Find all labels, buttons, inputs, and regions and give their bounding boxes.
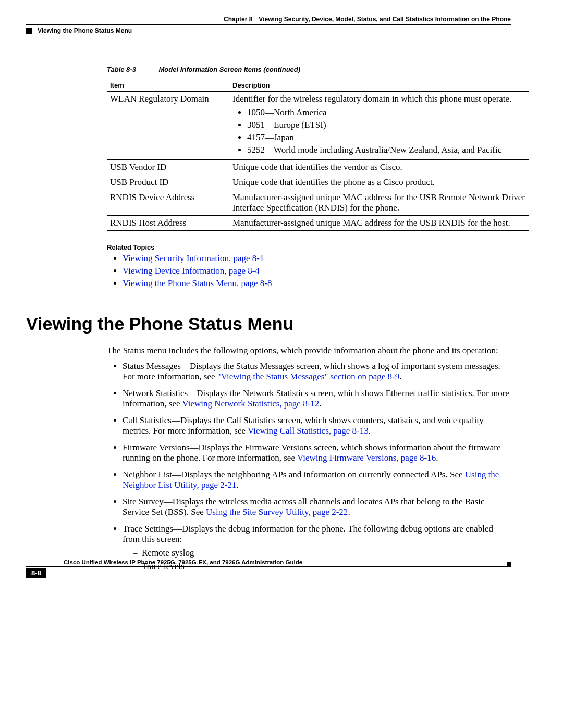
cell-desc: Manufacturer-assigned unique MAC address… (229, 216, 529, 231)
link[interactable]: Viewing Network Statistics, page 8-12 (182, 399, 319, 409)
bullet: 3051—Europe (ETSI) (247, 120, 526, 130)
page-footer: Cisco Unified Wireless IP Phone 7925G, 7… (26, 559, 511, 578)
list-item: Neighbor List—Displays the neighboring A… (123, 470, 511, 490)
header-section-title: Viewing the Phone Status Menu (38, 27, 132, 34)
item-post: . (399, 372, 401, 381)
table-caption-text: Model Information Screen Items (continue… (159, 66, 301, 73)
link[interactable]: Viewing Device Information, page 8-4 (123, 266, 260, 276)
link[interactable]: "Viewing the Status Messages" section on… (217, 372, 400, 381)
item-post: . (348, 507, 350, 517)
table-caption: Table 8-3 Model Information Screen Items… (107, 66, 511, 73)
list-item: Firmware Versions—Displays the Firmware … (123, 442, 511, 463)
table-row: RNDIS Device Address Manufacturer-assign… (107, 190, 529, 216)
link[interactable]: Viewing Security Information, page 8-1 (123, 253, 264, 263)
col-header-desc: Description (229, 79, 529, 92)
item-post: . (436, 453, 438, 463)
link[interactable]: Viewing Firmware Versions, page 8-16 (297, 453, 436, 463)
related-link-item: Viewing Device Information, page 8-4 (123, 266, 511, 276)
link[interactable]: Using the Site Survey Utility, page 2-22 (206, 507, 348, 517)
model-info-table: Item Description WLAN Regulatory Domain … (107, 79, 529, 231)
cell-desc: Unique code that identifies the phone as… (229, 175, 529, 190)
main-heading: Viewing the Phone Status Menu (26, 314, 511, 334)
item-post: . (236, 480, 238, 490)
body-text: The Status menu includes the following o… (107, 346, 511, 572)
footer-doc-title: Cisco Unified Wireless IP Phone 7925G, 7… (64, 559, 511, 566)
running-header: Chapter 8 Viewing Security, Device, Mode… (26, 16, 511, 23)
item-post: . (369, 426, 371, 436)
list-item: Site Survey—Displays the wireless media … (123, 497, 511, 517)
page-number-badge: 8-8 (26, 568, 46, 578)
sub-item: Remote syslog (133, 548, 511, 558)
cell-item: RNDIS Device Address (107, 190, 229, 216)
chapter-title: Viewing Security, Device, Model, Status,… (259, 16, 511, 23)
list-item: Network Statistics—Displays the Network … (123, 388, 511, 409)
cell-desc: Unique code that identifies the vendor a… (229, 160, 529, 175)
section-title-line: Viewing the Phone Status Menu (26, 27, 511, 34)
bullet: 4157—Japan (247, 132, 526, 143)
table-row: USB Product ID Unique code that identifi… (107, 175, 529, 190)
cell-item: USB Vendor ID (107, 160, 229, 175)
related-topics-heading: Related Topics (107, 243, 511, 251)
footer-rule (26, 566, 511, 567)
header-block-icon (26, 28, 32, 34)
table-label: Table 8-3 (107, 66, 136, 73)
item-text: Trace Settings—Displays the debug inform… (123, 524, 493, 544)
cell-item: USB Product ID (107, 175, 229, 190)
cell-desc: Identifier for the wireless regulatory d… (229, 92, 529, 160)
footer-end-block-icon (507, 562, 511, 566)
table-row: RNDIS Host Address Manufacturer-assigned… (107, 216, 529, 231)
chapter-label: Chapter 8 (224, 16, 252, 23)
intro-paragraph: The Status menu includes the following o… (107, 346, 511, 356)
col-header-item: Item (107, 79, 229, 92)
table-row: WLAN Regulatory Domain Identifier for th… (107, 92, 529, 160)
link[interactable]: Viewing the Phone Status Menu, page 8-8 (123, 278, 272, 288)
related-link-item: Viewing Security Information, page 8-1 (123, 253, 511, 264)
related-topics-list: Viewing Security Information, page 8-1 V… (107, 253, 511, 289)
bullet: 1050—North America (247, 107, 526, 118)
list-item: Call Statistics—Displays the Call Statis… (123, 415, 511, 436)
item-text: Neighbor List—Displays the neighboring A… (123, 470, 465, 479)
cell-item: WLAN Regulatory Domain (107, 92, 229, 160)
related-link-item: Viewing the Phone Status Menu, page 8-8 (123, 278, 511, 289)
table-row: USB Vendor ID Unique code that identifie… (107, 160, 529, 175)
cell-desc: Manufacturer-assigned unique MAC address… (229, 190, 529, 216)
bullet: 5252—World mode including Australia/New … (247, 145, 526, 155)
link[interactable]: Viewing Call Statistics, page 8-13 (248, 426, 369, 436)
item-post: . (319, 399, 321, 409)
desc-intro: Identifier for the wireless regulatory d… (232, 94, 526, 104)
cell-item: RNDIS Host Address (107, 216, 229, 231)
header-rule (26, 24, 511, 25)
list-item: Status Messages—Displays the Status Mess… (123, 361, 511, 382)
